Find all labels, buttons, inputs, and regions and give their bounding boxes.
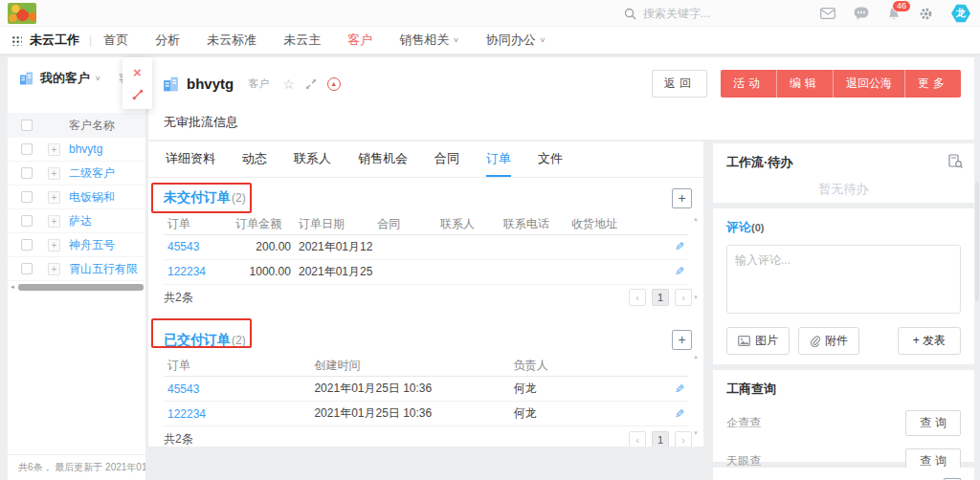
- image-button[interactable]: 图片: [726, 327, 790, 355]
- page-number[interactable]: 1: [652, 431, 669, 447]
- undelivered-orders-table: 订单 订单金额 订单日期 合同 联系人 联系电话 收货地址 45543 200.…: [164, 214, 688, 285]
- add-order-button[interactable]: +: [672, 188, 692, 208]
- list-item[interactable]: + bhvytg: [8, 138, 145, 162]
- vertical-scrollbar[interactable]: [975, 182, 979, 301]
- table-row: 122234 2021年01月25日 10:36 何龙 ✎: [164, 402, 688, 426]
- list-item[interactable]: + 萨达: [8, 209, 145, 233]
- row-checkbox[interactable]: [21, 191, 33, 203]
- expand-plus-icon[interactable]: +: [48, 143, 60, 156]
- nav-item-collab[interactable]: 协同办公∨: [486, 32, 546, 49]
- global-search[interactable]: 搜索关键字...: [624, 0, 710, 27]
- expand-plus-icon[interactable]: +: [48, 191, 60, 204]
- edit-pencil-icon[interactable]: ✎: [675, 382, 684, 396]
- return-to-pool-button[interactable]: 退回公海: [833, 70, 904, 98]
- expand-plus-icon[interactable]: +: [48, 167, 60, 180]
- row-checkbox[interactable]: [21, 167, 33, 179]
- row-checkbox[interactable]: [21, 143, 33, 155]
- scroll-down-icon[interactable]: ▼: [692, 430, 700, 436]
- add-order-button[interactable]: +: [672, 330, 692, 350]
- prev-page-button[interactable]: ‹: [629, 431, 646, 447]
- gear-icon[interactable]: [919, 7, 933, 21]
- scroll-left-icon[interactable]: ◄: [10, 284, 15, 290]
- expand-plus-icon[interactable]: +: [48, 215, 60, 228]
- object-type-label: 客户: [248, 76, 269, 91]
- scrollbar-thumb[interactable]: [18, 284, 144, 291]
- next-page-button[interactable]: ›: [675, 289, 692, 306]
- select-all-checkbox[interactable]: [21, 120, 33, 131]
- customer-link[interactable]: bhvytg: [69, 142, 102, 156]
- tab-contracts[interactable]: 合同: [434, 142, 459, 177]
- activity-button[interactable]: 活动: [721, 70, 776, 98]
- edit-pencil-icon[interactable]: ✎: [675, 407, 684, 421]
- edit-pencil-icon[interactable]: ✎: [675, 265, 684, 278]
- workflow-search-icon[interactable]: [948, 154, 963, 171]
- scroll-up-icon[interactable]: ▲: [692, 216, 700, 222]
- chat-icon[interactable]: [854, 7, 869, 20]
- expand-plus-icon[interactable]: +: [48, 239, 60, 251]
- order-link[interactable]: 122234: [164, 402, 310, 426]
- tab-contacts[interactable]: 联系人: [294, 142, 331, 177]
- list-title[interactable]: 我的客户: [40, 70, 90, 87]
- undelivered-count: (2): [232, 191, 246, 205]
- row-checkbox[interactable]: [21, 239, 33, 251]
- attachment-button-label: 附件: [825, 333, 848, 349]
- scroll-down-icon[interactable]: ▼: [692, 295, 700, 300]
- scroll-up-icon[interactable]: ▲: [692, 354, 700, 360]
- post-comment-button[interactable]: + 发表: [898, 327, 961, 355]
- order-link[interactable]: 45543: [164, 377, 310, 402]
- star-icon[interactable]: ☆: [282, 77, 295, 91]
- paperclip-icon: [810, 336, 820, 347]
- close-icon[interactable]: ×: [133, 66, 142, 79]
- tab-profile[interactable]: 详细资料: [166, 142, 215, 177]
- customer-link[interactable]: 电饭锅和: [69, 189, 115, 206]
- attachment-button[interactable]: 附件: [798, 327, 859, 355]
- tab-opportunities[interactable]: 销售机会: [358, 142, 408, 177]
- list-item[interactable]: + 电饭锅和: [8, 185, 145, 209]
- nav-item-main[interactable]: 未云主: [283, 32, 321, 49]
- edit-button[interactable]: 编辑: [776, 70, 833, 98]
- edit-pencil-icon[interactable]: ✎: [675, 240, 684, 253]
- workflow-title: 工作流·待办: [726, 155, 792, 169]
- seal-status-icon[interactable]: ▲: [327, 77, 341, 91]
- comment-input[interactable]: [726, 245, 961, 314]
- avatar[interactable]: 龙: [951, 4, 970, 23]
- customer-link[interactable]: 神舟五号: [69, 237, 115, 253]
- expand-plus-icon[interactable]: +: [48, 263, 60, 275]
- fullscreen-arrows-icon[interactable]: [305, 78, 317, 90]
- table-row: 45543 2021年01月25日 10:36 何龙 ✎: [164, 377, 688, 402]
- column-header: 客户名称: [69, 118, 115, 134]
- tab-orders[interactable]: 订单: [486, 142, 511, 177]
- app-logo[interactable]: [8, 3, 36, 24]
- order-link[interactable]: 122234: [164, 259, 232, 284]
- nav-item-analysis[interactable]: 分析: [155, 32, 180, 49]
- prev-page-button[interactable]: ‹: [629, 289, 646, 306]
- next-page-button[interactable]: ›: [675, 431, 692, 447]
- page-number[interactable]: 1: [652, 289, 669, 306]
- row-checkbox[interactable]: [21, 263, 33, 274]
- qichacha-query-button[interactable]: 查询: [905, 410, 961, 436]
- back-button[interactable]: 返回: [652, 70, 707, 98]
- chevron-down-icon: ∨: [540, 36, 546, 44]
- customer-link[interactable]: 二级客户: [69, 165, 115, 182]
- list-item[interactable]: + 二级客户: [8, 162, 145, 185]
- chevron-down-icon[interactable]: ∨: [95, 75, 101, 82]
- customer-link[interactable]: 萨达: [69, 213, 92, 229]
- apps-grid-icon[interactable]: [11, 35, 22, 46]
- row-checkbox[interactable]: [21, 215, 33, 227]
- customer-link[interactable]: 霄山五行有限: [69, 261, 138, 277]
- list-item[interactable]: + 霄山五行有限: [8, 257, 145, 281]
- more-button[interactable]: 更多: [904, 70, 961, 98]
- horizontal-scrollbar[interactable]: ◄: [8, 282, 145, 292]
- tab-activity[interactable]: 动态: [242, 142, 267, 177]
- nav-item-home[interactable]: 首页: [103, 32, 128, 49]
- mail-icon[interactable]: [820, 8, 835, 19]
- nav-item-customer[interactable]: 客户: [347, 32, 372, 49]
- tab-files[interactable]: 文件: [538, 142, 563, 177]
- list-item[interactable]: + 神舟五号: [8, 233, 145, 257]
- nav-item-sales[interactable]: 销售相关∨: [399, 32, 459, 49]
- order-link[interactable]: 45543: [164, 234, 232, 259]
- main-nav: 未云工作 | 首页 分析 未云标准 未云主 客户 销售相关∨ 协同办公∨: [0, 27, 980, 55]
- nav-item-standard[interactable]: 未云标准: [207, 32, 256, 49]
- table-header-row: 订单 订单金额 订单日期 合同 联系人 联系电话 收货地址: [164, 214, 688, 234]
- expand-diagonal-icon[interactable]: [132, 89, 144, 100]
